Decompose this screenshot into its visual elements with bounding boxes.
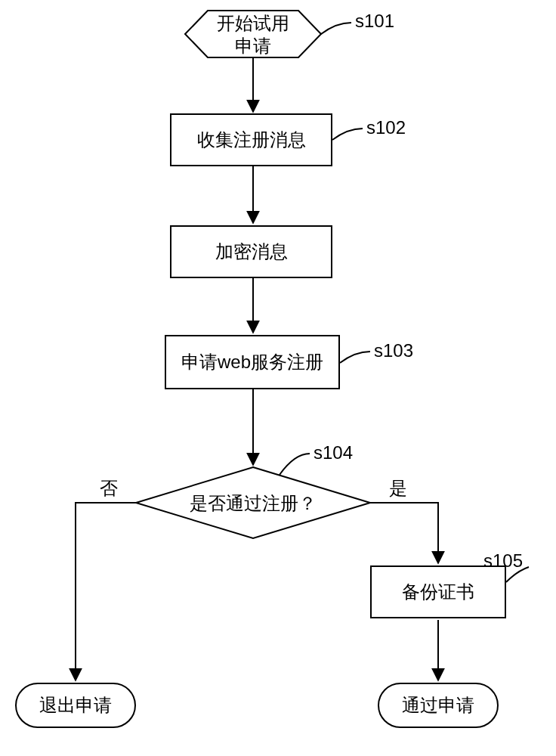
tag-s102: s102 [366,117,406,138]
backup-text: 备份证书 [402,580,474,603]
tag-s105: s105 [483,550,523,572]
tag-s103: s103 [374,340,413,361]
decision-no-label: 否 [100,476,118,500]
collect-text: 收集注册消息 [197,128,306,151]
exit-node: 退出申请 [15,683,136,728]
pass-node: 通过申请 [378,683,499,728]
backup-node: 备份证书 [370,565,506,618]
tag-s101: s101 [355,11,394,32]
encrypt-text: 加密消息 [215,240,288,263]
decision-yes-label: 是 [389,476,407,500]
decision-node: 是否通过注册？ [178,491,329,516]
tag-s104: s104 [314,442,353,463]
collect-node: 收集注册消息 [170,113,332,166]
encrypt-node: 加密消息 [170,225,332,278]
apply-node: 申请web服务注册 [165,335,340,389]
apply-text: 申请web服务注册 [181,350,323,373]
decision-text: 是否通过注册？ [190,493,317,513]
start-node: 开始试用 申请 [196,12,310,57]
pass-text: 通过申请 [402,693,474,717]
exit-text: 退出申请 [39,693,112,717]
